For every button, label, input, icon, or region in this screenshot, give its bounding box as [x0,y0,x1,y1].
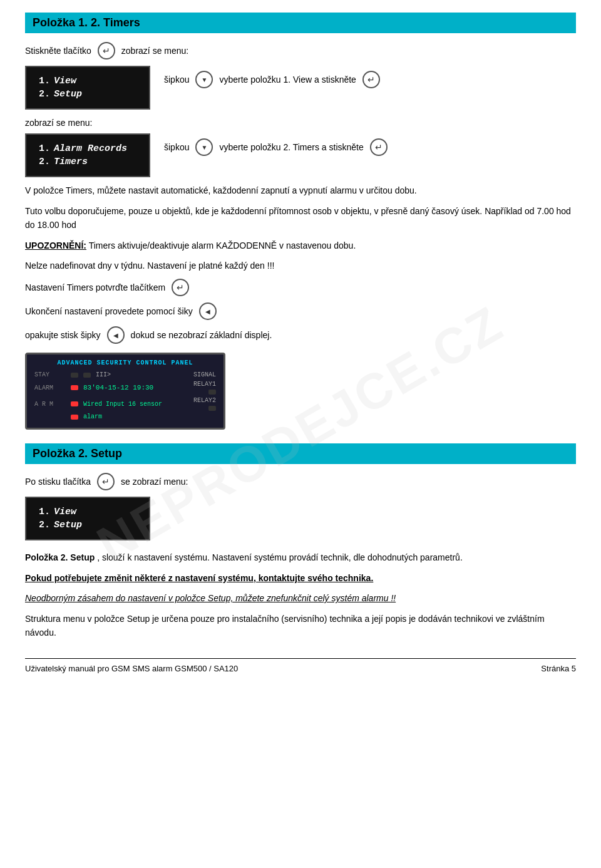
menu2-section: 1.Alarm Records 2.Timers šipkou vyberte … [25,133,576,177]
warning-label: UPOZORNĚNÍ: [25,240,86,251]
down-arrow-icon-1 [195,71,213,88]
panel-stay-row: STAY III> SIGNAL [34,371,216,378]
para2: Tuto volbu doporučujeme, pouze u objektů… [25,204,576,232]
section2-para4: Struktura menu v položce Setup je určena… [25,612,576,640]
menu1-item2: 2.Setup [39,88,136,101]
section1-heading: Položka 1. 2. Timers [25,13,576,33]
para1-rest: , slouží k nastavení systému. Nastavení … [97,552,463,562]
section2-menu: 1.View 2.Setup [25,497,576,540]
menu-box-2: 1.Alarm Records 2.Timers [25,133,150,177]
repeat-suffix: dokud se nezobrazí základní displej. [131,330,272,340]
section2-intro-suffix: se zobrazí menu: [121,477,188,487]
menu1-item1: 1.View [39,75,136,88]
section2-intro-line: Po stisku tlačítka se zobrazí menu: [25,473,576,490]
finish-text: Ukončení nastavení provedete pomocí šiky [25,306,193,316]
relay2-section: RELAY2 [193,397,216,411]
section2-heading: Položka 2. Setup [25,443,576,464]
panel-right: SIGNAL [193,371,216,378]
display-panel: ADVANCED SECURITY CONTROL PANEL STAY III… [25,353,225,430]
stay-label: STAY [34,371,66,378]
sensor-text: Wired Input 16 sensor [83,401,162,408]
step1b-text: vyberte položku 1. View a stiskněte [219,75,356,85]
arm-led2 [71,415,78,420]
section1: Položka 1. 2. Timers Stiskněte tlačítko … [25,13,576,430]
step2b-text: vyberte položku 2. Timers a stiskněte [219,142,363,152]
down-arrow-icon-2 [195,138,213,156]
panel-alarm-row: alarm [34,413,216,420]
s2-menu-item2: 2.Setup [39,519,136,532]
relay1-led [208,390,216,395]
alarm-led [71,385,78,390]
warning-text: Timers aktivuje/deaktivuje alarm KAŽDODE… [89,240,356,251]
para2-text: Pokud potřebujete změnit některé z nasta… [25,573,373,583]
alarm-label: ALARM [34,385,66,391]
arm-label: A R M [34,401,66,408]
section2-para2: Pokud potřebujete změnit některé z nasta… [25,571,576,585]
panel-datetime-row: ALARM 83'04-15-12 19:30 RELAY1 [34,381,216,395]
warning-para: UPOZORNĚNÍ: Timers aktivuje/deaktivuje a… [25,239,576,252]
intro-suffix: zobrazí se menu: [121,46,188,56]
datetime-text: 83'04-15-12 19:30 [83,384,153,391]
section2-para3: Neodborným zásahem do nastavení v položc… [25,591,576,605]
confirm-line: Nastavení Timers potvrďte tlačítkem [25,279,576,296]
enter-icon-confirm [172,279,189,296]
s2-menu-item1: 1.View [39,505,136,519]
confirm-text: Nastavení Timers potvrďte tlačítkem [25,282,165,292]
para3-text: Neodborným zásahem do nastavení v položc… [25,593,396,603]
section2-intro-text: Po stisku tlačítka [25,477,91,487]
step2-line: šipkou vyberte položku 2. Timers a stisk… [164,138,390,156]
signal-label: SIGNAL [193,371,216,378]
step1-line: šipkou vyberte položku 1. View a stiskně… [164,71,383,88]
menu2-item1: 1.Alarm Records [39,142,136,155]
footer: Uživatelský manuál pro GSM SMS alarm GSM… [25,658,576,673]
view-result-label: zobrazí se menu: [25,116,576,130]
relay2-label: RELAY2 [193,397,216,404]
std-led [83,373,91,378]
section2-para1: Položka 2. Setup , slouží k nastavení sy… [25,550,576,564]
back-arrow-icon [199,302,217,320]
panel-sensor-row: A R M Wired Input 16 sensor RELAY2 [34,397,216,411]
footer-left: Uživatelský manuál pro GSM SMS alarm GSM… [25,664,238,673]
arm-led [71,401,78,406]
panel-title: ADVANCED SECURITY CONTROL PANEL [34,359,216,366]
para1-bold: Položka 2. Setup [25,552,95,562]
enter-icon-2 [362,71,380,88]
step2-text: šipkou [164,142,189,152]
menu1-section: 1.View 2.Setup šipkou vyberte položku 1.… [25,66,576,110]
enter-icon [98,42,115,59]
section2: Položka 2. Setup Po stisku tlačítka se z… [25,443,576,639]
para1: V položce Timers, můžete nastavit automa… [25,183,576,197]
intro-line: Stiskněte tlačítko zobrazí se menu: [25,42,576,59]
back-arrow-icon-2 [107,326,125,344]
alarm-desc: alarm [83,413,102,420]
relay2-led [208,406,216,411]
enter-icon-3 [370,138,388,156]
step1-text: šipkou [164,75,189,85]
menu2-item2: 2.Timers [39,155,136,168]
enter-icon-s2 [97,473,115,490]
repeat-text: opakujte stisk šipky [25,330,101,340]
stay-led [71,373,78,378]
footer-right: Stránka 5 [541,664,576,673]
relay1-label: RELAY1 [193,381,216,388]
signal-bars: III> [96,371,111,378]
menu-box-1: 1.View 2.Setup [25,66,150,110]
warning2: Nelze nadefinovat dny v týdnu. Nastavení… [25,259,576,272]
menu-box-s2: 1.View 2.Setup [25,497,150,540]
relay1-section: RELAY1 [193,381,216,395]
repeat-line: opakujte stisk šipky dokud se nezobrazí … [25,326,576,344]
finish-line: Ukončení nastavení provedete pomocí šiky [25,302,576,320]
intro-text: Stiskněte tlačítko [25,46,91,56]
